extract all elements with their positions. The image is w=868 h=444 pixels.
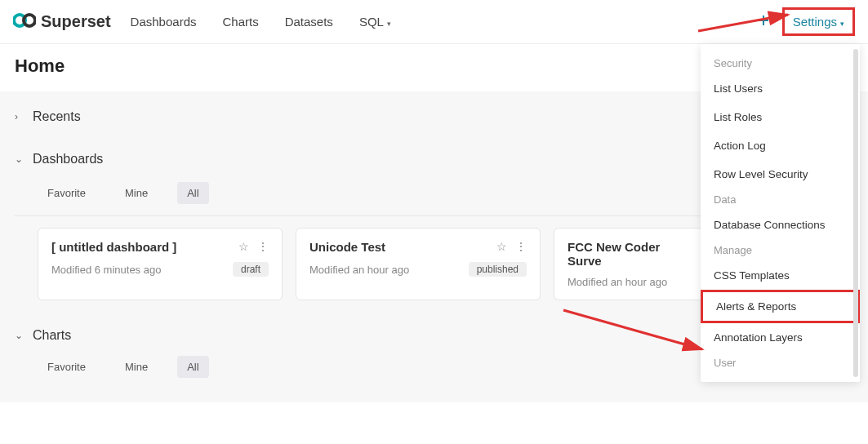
more-icon[interactable]: ⋮: [515, 240, 527, 253]
chevron-right-icon: ›: [15, 111, 24, 122]
dashboard-card[interactable]: [ untitled dashboard ] ☆ ⋮ Modified 6 mi…: [38, 228, 283, 300]
menu-alerts-reports[interactable]: Alerts & Reports: [701, 290, 860, 323]
section-title: Charts: [33, 328, 71, 343]
nav-dashboards[interactable]: Dashboards: [131, 15, 197, 29]
scrollbar[interactable]: [853, 49, 858, 377]
status-badge: published: [469, 262, 527, 277]
card-subtitle: Modified an hour ago: [309, 264, 469, 276]
brand-name: Superset: [41, 12, 111, 31]
dropdown-group-user: User: [701, 352, 860, 374]
menu-list-users[interactable]: List Users: [701, 74, 860, 103]
logo-icon: [13, 12, 36, 31]
card-title: FCC New Coder Surve: [568, 240, 688, 268]
tab-mine[interactable]: Mine: [115, 356, 158, 378]
dashboards-tabs: Favorite Mine All: [38, 182, 209, 204]
settings-button[interactable]: Settings: [782, 7, 855, 36]
tab-mine[interactable]: Mine: [115, 182, 158, 204]
menu-annotation-layers[interactable]: Annotation Layers: [701, 323, 860, 352]
chevron-down-icon: ⌄: [15, 330, 24, 341]
dropdown-group-manage: Manage: [701, 239, 860, 261]
nav-charts[interactable]: Charts: [222, 15, 258, 29]
star-icon[interactable]: ☆: [496, 240, 507, 253]
tab-favorite[interactable]: Favorite: [38, 356, 96, 378]
plus-icon: [758, 15, 769, 26]
nav-links: Dashboards Charts Datasets SQL: [131, 15, 391, 29]
top-nav: Superset Dashboards Charts Datasets SQL …: [0, 0, 868, 44]
tab-all[interactable]: All: [177, 356, 208, 378]
card-title: Unicode Test: [309, 240, 496, 254]
dashboard-card[interactable]: Unicode Test ☆ ⋮ Modified an hour ago pu…: [296, 228, 541, 300]
tab-all[interactable]: All: [177, 182, 208, 204]
card-title: [ untitled dashboard ]: [51, 240, 238, 254]
menu-list-roles[interactable]: List Roles: [701, 103, 860, 131]
star-icon[interactable]: ☆: [238, 240, 249, 253]
add-button[interactable]: [754, 13, 772, 30]
settings-dropdown: Security List Users List Roles Action Lo…: [701, 44, 860, 382]
tab-favorite[interactable]: Favorite: [38, 182, 96, 204]
dropdown-group-security: Security: [701, 52, 860, 74]
nav-right: Settings: [754, 7, 855, 36]
brand[interactable]: Superset: [13, 12, 111, 31]
charts-tabs: Favorite Mine All: [38, 356, 209, 378]
menu-action-log[interactable]: Action Log: [701, 131, 860, 160]
dashboard-card[interactable]: FCC New Coder Surve Modified an hour ago: [554, 228, 701, 300]
menu-css-templates[interactable]: CSS Templates: [701, 261, 860, 290]
section-title: Recents: [33, 109, 81, 124]
menu-database-connections[interactable]: Database Connections: [701, 211, 860, 239]
nav-sql[interactable]: SQL: [359, 15, 391, 29]
dropdown-group-data: Data: [701, 189, 860, 211]
nav-datasets[interactable]: Datasets: [285, 15, 333, 29]
menu-row-level-security[interactable]: Row Level Security: [701, 160, 860, 189]
more-icon[interactable]: ⋮: [257, 240, 269, 253]
card-subtitle: Modified an hour ago: [568, 276, 688, 288]
status-badge: draft: [233, 262, 269, 277]
chevron-down-icon: ⌄: [15, 153, 24, 165]
card-subtitle: Modified 6 minutes ago: [51, 264, 233, 276]
section-title: Dashboards: [33, 152, 103, 166]
